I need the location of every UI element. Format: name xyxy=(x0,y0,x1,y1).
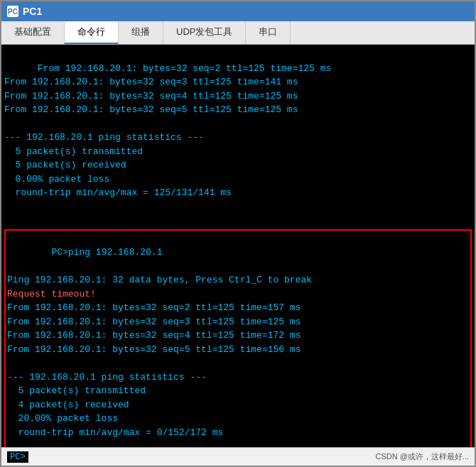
section2-content: PC>ping 192.168.20.1 Ping 192.168.20.1: … xyxy=(7,232,469,448)
terminal-prompt: PC> xyxy=(7,451,28,463)
tab-serial[interactable]: 串口 xyxy=(246,21,291,44)
tab-basic-config[interactable]: 基础配置 xyxy=(1,21,65,44)
window-title: PC1 xyxy=(23,6,42,17)
highlighted-ping-section: PC>ping 192.168.20.1 Ping 192.168.20.1: … xyxy=(4,229,472,448)
tab-command-line[interactable]: 命令行 xyxy=(65,21,119,44)
terminal-content: From 192.168.20.1: bytes=32 seq=2 ttl=12… xyxy=(4,48,472,228)
tab-udp-tool[interactable]: UDP发包工具 xyxy=(163,21,246,44)
tab-bar: 基础配置 命令行 组播 UDP发包工具 串口 xyxy=(1,21,475,45)
title-bar: PC PC1 xyxy=(1,1,475,21)
window-icon: PC xyxy=(7,6,18,17)
main-window: PC PC1 基础配置 命令行 组播 UDP发包工具 串口 From 192.1… xyxy=(0,0,476,467)
status-bar: PC> CSDN @或许，这样最好... xyxy=(1,447,475,466)
terminal-area[interactable]: From 192.168.20.1: bytes=32 seq=2 ttl=12… xyxy=(1,45,475,447)
tab-multicast[interactable]: 组播 xyxy=(119,21,163,44)
watermark: CSDN @或许，这样最好... xyxy=(375,451,469,462)
